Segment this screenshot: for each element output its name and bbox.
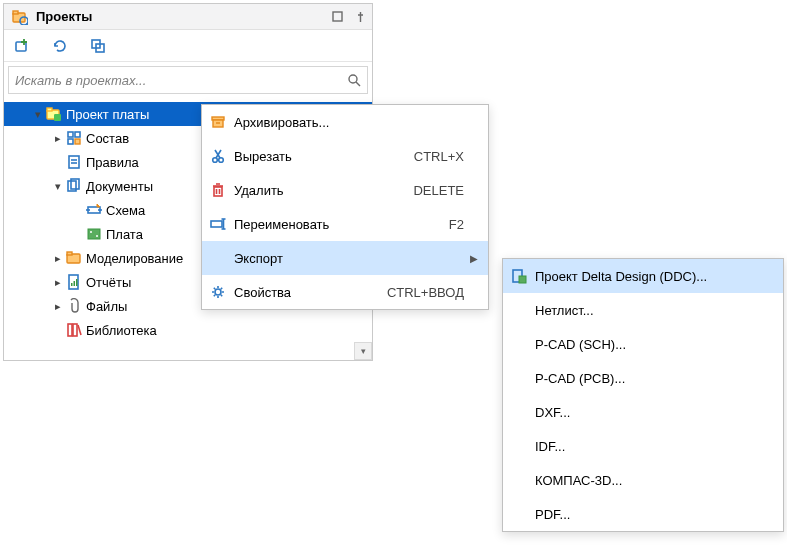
tree-item-label: Схема — [106, 203, 145, 218]
svg-rect-31 — [71, 283, 73, 286]
components-icon — [66, 130, 82, 146]
submenu-item[interactable]: IDF... — [503, 429, 783, 463]
library-icon — [66, 322, 82, 338]
svg-rect-29 — [67, 252, 72, 255]
panel-title: Проекты — [36, 9, 332, 24]
submenu-item-label: КОМПАС-3D... — [535, 473, 773, 488]
submenu-item[interactable]: P-CAD (SCH)... — [503, 327, 783, 361]
tree-item-label: Документы — [86, 179, 153, 194]
menu-item-label: Архивировать... — [234, 115, 464, 130]
new-project-icon[interactable] — [14, 38, 30, 54]
submenu-item[interactable]: DXF... — [503, 395, 783, 429]
submenu-arrow-icon: ▶ — [464, 253, 478, 264]
search-icon — [347, 73, 361, 87]
svg-rect-32 — [74, 281, 76, 286]
svg-point-41 — [219, 158, 224, 163]
panel-toolbar — [4, 30, 372, 62]
scroll-down-icon[interactable]: ▾ — [354, 342, 372, 360]
submenu-item[interactable]: P-CAD (PCB)... — [503, 361, 783, 395]
props-icon — [202, 284, 234, 300]
svg-rect-15 — [68, 139, 73, 144]
svg-line-3 — [27, 23, 29, 25]
maximize-icon[interactable] — [332, 11, 343, 22]
tree-item-label: Плата — [106, 227, 143, 242]
submenu-item-label: P-CAD (SCH)... — [535, 337, 773, 352]
rename-icon — [202, 216, 234, 232]
tree-item-label: Файлы — [86, 299, 127, 314]
search-placeholder: Искать в проектах... — [15, 73, 347, 88]
svg-line-36 — [78, 325, 81, 335]
export-submenu: Проект Delta Design (DDC)...Нетлист...P-… — [502, 258, 784, 532]
tree-item-label: Отчёты — [86, 275, 131, 290]
tree-item-label: Библиотека — [86, 323, 157, 338]
menu-item[interactable]: Архивировать... — [202, 105, 488, 139]
submenu-item-label: P-CAD (PCB)... — [535, 371, 773, 386]
svg-point-26 — [90, 231, 92, 233]
submenu-item[interactable]: Проект Delta Design (DDC)... — [503, 259, 783, 293]
svg-rect-14 — [75, 132, 80, 137]
chevron-closed-icon[interactable]: ▸ — [52, 300, 64, 313]
tree-item-label: Проект платы — [66, 107, 149, 122]
menu-item-shortcut: DELETE — [413, 183, 464, 198]
panel-header: Проекты — [4, 4, 372, 30]
docs-icon — [66, 178, 82, 194]
submenu-item-label: Проект Delta Design (DDC)... — [535, 269, 773, 284]
menu-item[interactable]: УдалитьDELETE — [202, 173, 488, 207]
svg-rect-33 — [76, 279, 78, 286]
submenu-item[interactable]: Нетлист... — [503, 293, 783, 327]
refresh-icon[interactable] — [52, 38, 68, 54]
context-menu: Архивировать...ВырезатьCTRL+XУдалитьDELE… — [201, 104, 489, 310]
cut-icon — [202, 148, 234, 164]
menu-item-label: Экспорт — [234, 251, 464, 266]
menu-item[interactable]: СвойстваCTRL+ВВОД — [202, 275, 488, 309]
submenu-item-label: PDF... — [535, 507, 773, 522]
menu-item-label: Удалить — [234, 183, 413, 198]
svg-line-9 — [356, 82, 360, 86]
tree-item-label: Правила — [86, 155, 139, 170]
svg-rect-35 — [73, 324, 77, 336]
svg-point-53 — [215, 289, 221, 295]
svg-rect-12 — [54, 114, 61, 121]
svg-rect-17 — [69, 156, 79, 168]
svg-rect-11 — [47, 108, 52, 111]
menu-item-label: Вырезать — [234, 149, 414, 164]
svg-rect-25 — [88, 229, 100, 239]
svg-rect-4 — [333, 12, 342, 21]
folder-board-icon — [46, 106, 62, 122]
folder-icon — [66, 250, 82, 266]
pin-icon[interactable] — [355, 11, 366, 22]
menu-item-label: Свойства — [234, 285, 387, 300]
svg-rect-55 — [519, 276, 526, 283]
svg-rect-34 — [68, 324, 72, 336]
menu-item-shortcut: CTRL+X — [414, 149, 464, 164]
schematic-icon — [86, 202, 102, 218]
menu-item[interactable]: ВырезатьCTRL+X — [202, 139, 488, 173]
duplicate-icon[interactable] — [90, 38, 106, 54]
svg-point-8 — [349, 75, 357, 83]
export-ddc-icon — [503, 268, 535, 284]
submenu-item[interactable]: КОМПАС-3D... — [503, 463, 783, 497]
submenu-item[interactable]: PDF... — [503, 497, 783, 531]
chevron-closed-icon[interactable]: ▸ — [52, 252, 64, 265]
svg-rect-44 — [214, 187, 222, 196]
reports-icon — [66, 274, 82, 290]
menu-item[interactable]: Экспорт▶ — [202, 241, 488, 275]
chevron-closed-icon[interactable]: ▸ — [52, 132, 64, 145]
chevron-open-icon[interactable]: ▾ — [32, 108, 44, 121]
tree-item-label: Моделирование — [86, 251, 183, 266]
chevron-open-icon[interactable]: ▾ — [52, 180, 64, 193]
svg-rect-1 — [13, 11, 18, 14]
tree-item[interactable]: Библиотека — [4, 318, 372, 342]
svg-rect-49 — [211, 221, 222, 227]
search-input[interactable]: Искать в проектах... — [8, 66, 368, 94]
submenu-item-label: Нетлист... — [535, 303, 773, 318]
submenu-item-label: IDF... — [535, 439, 773, 454]
menu-item[interactable]: ПереименоватьF2 — [202, 207, 488, 241]
projects-icon — [12, 9, 28, 25]
svg-point-27 — [96, 235, 98, 237]
submenu-item-label: DXF... — [535, 405, 773, 420]
chevron-closed-icon[interactable]: ▸ — [52, 276, 64, 289]
menu-item-shortcut: CTRL+ВВОД — [387, 285, 464, 300]
tree-item-label: Состав — [86, 131, 129, 146]
delete-icon — [202, 182, 234, 198]
